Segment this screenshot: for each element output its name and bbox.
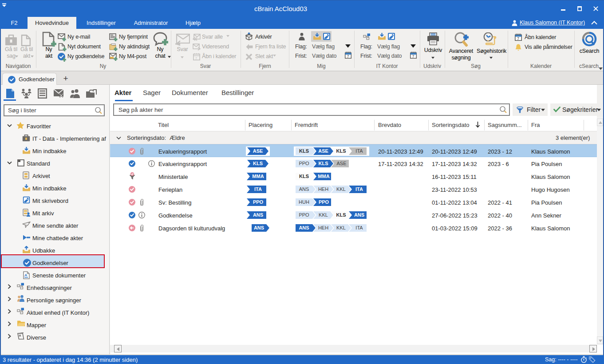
svg-text:7: 7 (517, 36, 519, 41)
svg-text:7: 7 (347, 54, 349, 59)
svg-text:7: 7 (412, 54, 415, 59)
svg-text:7: 7 (195, 57, 197, 60)
